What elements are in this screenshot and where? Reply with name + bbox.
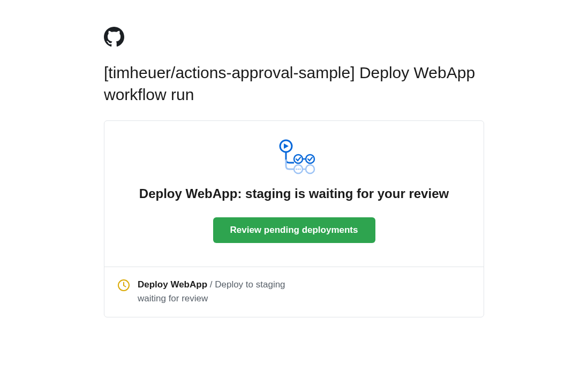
card-footer: Deploy WebApp / Deploy to staging waitin… [104, 267, 484, 317]
status-text: waiting for review [138, 293, 208, 303]
card-main: Deploy WebApp: staging is waiting for yo… [104, 121, 484, 267]
separator: / [207, 279, 215, 290]
github-icon [104, 27, 124, 47]
github-logo-wrap [104, 27, 484, 49]
footer-text: Deploy WebApp / Deploy to staging waitin… [138, 278, 285, 305]
page-title: [timheuer/actions-approval-sample] Deplo… [104, 62, 484, 105]
svg-point-6 [298, 169, 299, 170]
card-heading: Deploy WebApp: staging is waiting for yo… [119, 186, 469, 201]
review-deployments-button[interactable]: Review pending deployments [213, 217, 375, 243]
svg-point-1 [294, 155, 303, 163]
workflow-icon [119, 138, 469, 176]
workflow-name: Deploy WebApp [138, 279, 207, 290]
svg-point-7 [299, 169, 301, 170]
notification-card: Deploy WebApp: staging is waiting for yo… [104, 120, 484, 317]
job-name: Deploy to staging [215, 279, 285, 290]
svg-point-9 [306, 165, 314, 173]
svg-point-3 [306, 155, 314, 163]
svg-point-5 [296, 169, 297, 170]
clock-icon [117, 279, 130, 292]
